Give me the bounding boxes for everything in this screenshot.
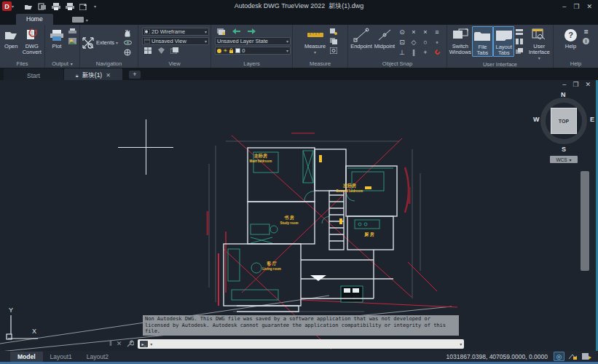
annotation-visibility-icon[interactable]: ◎ xyxy=(554,352,564,361)
autoscale-icon[interactable] xyxy=(567,352,578,361)
steering-wheel-icon[interactable] xyxy=(123,48,132,56)
switch-windows-button[interactable]: Switch Windows xyxy=(449,26,472,55)
user-interface-button[interactable]: User Interface ▾ xyxy=(527,26,551,61)
layer-state-combo[interactable]: Unsaved Layer State▾ xyxy=(215,37,291,45)
layout-tab-model[interactable]: Model xyxy=(10,352,43,362)
orbit-icon[interactable] xyxy=(123,39,132,47)
layer-state-save-icon[interactable] xyxy=(247,28,256,36)
cmd-close-icon[interactable]: ✕ xyxy=(117,340,122,347)
drawing-canvas[interactable]: 主卧房 Main bedroom 次卧房 Second bedroom 书 房 … xyxy=(0,80,598,351)
panel-output: Plot Output▾ xyxy=(45,25,80,68)
tab-home[interactable]: Home xyxy=(16,14,53,25)
status-bar: Model Layout1 Layout2 1031867.0398, 4070… xyxy=(0,351,598,364)
dwg-convert-button[interactable]: DWG Convert xyxy=(21,26,43,55)
minimize-button[interactable]: – xyxy=(562,3,566,10)
qat-dropdown-icon[interactable]: ▾ xyxy=(94,4,96,9)
layer-preview-icon[interactable] xyxy=(170,47,178,55)
view-manager-icon[interactable] xyxy=(157,47,165,55)
node-snap-icon[interactable]: ∘ xyxy=(431,37,443,47)
visual-style-combo[interactable]: 2D Wireframe▾ xyxy=(142,28,209,36)
osnap-icon-grid: ⊙ × × ≡ ⊡ ◇ ○ ∘ ⊥ ∥ + xyxy=(396,27,443,58)
vertical-scrollbar[interactable] xyxy=(581,171,589,271)
file-tab-document[interactable]: 🔒︎ 新块(1) ✕ xyxy=(64,68,122,80)
panel-help: ? Help ≣ i Help xyxy=(554,25,598,68)
tile-vertical-icon[interactable] xyxy=(515,37,524,45)
room-labels-layer: 主卧房 Main bedroom 次卧房 Second bedroom 书 房 … xyxy=(250,153,374,271)
tile-horizontal-icon[interactable] xyxy=(515,28,524,36)
insertion-snap-icon[interactable]: ⊡ xyxy=(396,37,408,47)
help-button[interactable]: ? Help xyxy=(561,26,581,50)
command-input[interactable]: ▸_ ▾ ▾ xyxy=(138,339,464,349)
export-icon[interactable] xyxy=(79,3,89,10)
snap-magnet-icon[interactable] xyxy=(431,47,443,58)
viewport-config-icon[interactable] xyxy=(143,47,152,55)
parallel-snap-icon[interactable]: ∥ xyxy=(408,47,420,58)
viewcube-top-face[interactable]: TOP xyxy=(551,108,577,134)
viewcube-east[interactable]: E xyxy=(590,116,594,123)
quadrant-snap-icon[interactable]: ◇ xyxy=(408,37,420,47)
layout-tab-layout2[interactable]: Layout2 xyxy=(79,352,116,362)
pan-icon[interactable] xyxy=(123,29,132,37)
cmd-wrench-icon[interactable] xyxy=(126,340,134,348)
quick-select-icon[interactable] xyxy=(329,28,338,36)
command-history-icon[interactable]: ▾ xyxy=(150,341,152,347)
perpendicular-snap-icon[interactable]: ⊥ xyxy=(396,47,408,58)
drawing-restore-button[interactable]: ❐ xyxy=(573,81,578,88)
close-tab-icon[interactable]: ✕ xyxy=(106,72,111,79)
open-button[interactable]: Open xyxy=(1,26,21,50)
endpoint-snap-button[interactable]: Endpoint xyxy=(350,26,373,50)
command-recent-icon[interactable]: ▾ xyxy=(460,341,462,347)
intersection-snap-icon[interactable]: × xyxy=(408,27,420,37)
cmd-dock-handle-icon[interactable]: ‖ xyxy=(109,340,112,347)
apparent-intersection-snap-icon[interactable]: × xyxy=(420,27,431,37)
layout-tab-layout1[interactable]: Layout1 xyxy=(43,352,79,362)
new-drawing-tab-button[interactable]: + xyxy=(129,71,141,79)
about-info-icon[interactable]: i xyxy=(582,37,591,45)
print-icon[interactable] xyxy=(52,3,60,10)
midpoint-snap-button[interactable]: Midpoint xyxy=(373,26,396,50)
room-label-kitchen-cn: 厨 房 xyxy=(363,232,374,237)
viewcube-north[interactable]: N xyxy=(561,91,566,98)
measure-dropdown-icon: ▾ xyxy=(314,50,316,55)
infocenter-icon[interactable]: ≣ xyxy=(582,28,591,36)
close-button[interactable]: ✕ xyxy=(586,3,592,10)
file-tabs-icon xyxy=(473,30,491,41)
file-tab-start[interactable]: Start xyxy=(4,68,63,80)
layer-unlock-icon xyxy=(229,48,234,54)
layer-state-restore-icon[interactable] xyxy=(232,28,240,36)
sheet-set-icon[interactable] xyxy=(38,3,47,10)
open-icon[interactable] xyxy=(24,3,33,10)
file-tabs-toggle[interactable]: File Tabs xyxy=(472,26,493,57)
nearest-snap-icon[interactable]: + xyxy=(420,47,431,58)
drawing-close-button[interactable]: ✕ xyxy=(585,81,591,88)
extents-dropdown-icon[interactable]: ▾ xyxy=(116,40,118,45)
layer-combo[interactable]: ☀ 0▾ xyxy=(215,47,291,55)
named-view-combo[interactable]: Unsaved View▾ xyxy=(142,37,209,45)
application-menu-button[interactable]: D xyxy=(2,1,12,11)
app-menu-caret-icon[interactable]: ▾ xyxy=(12,4,14,9)
extension-snap-icon[interactable]: ≡ xyxy=(431,27,443,37)
maximize-button[interactable]: ❐ xyxy=(573,3,579,10)
viewcube[interactable]: TOP N S W E xyxy=(538,93,590,160)
batch-print-icon[interactable] xyxy=(66,3,74,10)
tangent-snap-icon[interactable]: ○ xyxy=(420,37,431,47)
annotation-scale-icon[interactable] xyxy=(581,352,592,361)
layout-tabs-toggle[interactable]: Layout Tabs xyxy=(493,26,514,57)
drawing-minimize-button[interactable]: – xyxy=(562,81,566,88)
extents-button[interactable]: Extents xyxy=(96,39,114,46)
zoom-extents-icon[interactable] xyxy=(82,36,95,50)
plot-preview-icon[interactable] xyxy=(68,37,76,45)
layer-properties-icon[interactable] xyxy=(216,28,225,36)
center-snap-icon[interactable]: ⊙ xyxy=(396,27,408,37)
batch-plot-icon[interactable] xyxy=(68,28,76,36)
measure-button[interactable]: Measure ▾ xyxy=(302,26,328,55)
viewcube-south[interactable]: S xyxy=(562,146,566,153)
list-icon[interactable] xyxy=(329,37,338,45)
output-panel-expand-icon[interactable]: ▾ xyxy=(71,61,73,66)
id-point-icon[interactable] xyxy=(329,47,338,55)
plot-button[interactable]: Plot xyxy=(47,26,67,50)
ribbon-options-button[interactable]: ▾ xyxy=(72,17,88,23)
cascade-icon[interactable] xyxy=(515,47,524,55)
viewcube-west[interactable]: W xyxy=(533,116,540,123)
wcs-dropdown[interactable]: WCS▾ xyxy=(550,156,578,163)
